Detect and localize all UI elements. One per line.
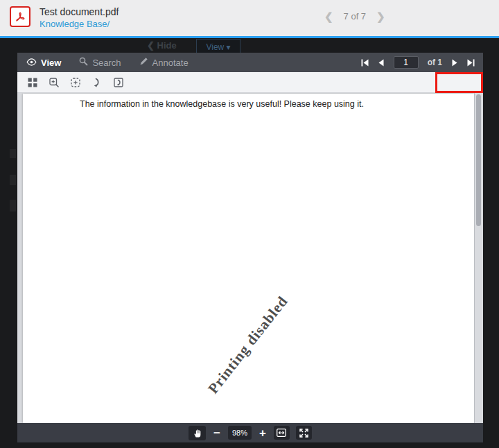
zoom-toolbar: − 98% + xyxy=(17,423,483,442)
viewer-toolbar: View Search Annotate xyxy=(17,53,483,72)
dimmed-content-fragment xyxy=(10,149,16,158)
pencil-icon xyxy=(139,57,148,68)
red-highlight-box xyxy=(435,72,483,93)
tab-search[interactable]: Search xyxy=(79,57,121,68)
document-scroll-area[interactable]: The information in the knowledgebase is … xyxy=(17,93,483,423)
next-page-icon[interactable] xyxy=(451,59,458,67)
document-body-text: The information in the knowledgebase is … xyxy=(80,99,364,109)
tab-view[interactable]: View xyxy=(26,58,61,68)
document-pager: ❮ 7 of 7 ❯ xyxy=(324,11,385,21)
fit-width-button[interactable] xyxy=(274,426,290,440)
fullscreen-button[interactable] xyxy=(296,426,312,440)
thumbnails-icon[interactable] xyxy=(26,76,39,89)
dimmed-content-fragment xyxy=(10,175,16,185)
zoom-marquee-icon[interactable] xyxy=(48,76,60,89)
file-title: Test document.pdf xyxy=(40,6,119,17)
zoom-level-display[interactable]: 98% xyxy=(228,426,252,440)
viewer-subtoolbar xyxy=(17,72,483,93)
eye-icon xyxy=(26,58,37,68)
fit-selection-icon[interactable] xyxy=(69,76,82,89)
tab-search-label: Search xyxy=(92,58,121,68)
page-navigation: of 1 xyxy=(361,56,483,69)
printing-disabled-watermark: Printing disabled xyxy=(188,271,308,418)
hand-tool-button[interactable] xyxy=(189,426,206,440)
hide-sidebar-button-dimmed[interactable]: ❮ Hide xyxy=(147,40,177,51)
dimmed-content-fragment xyxy=(10,200,16,212)
prev-document-button[interactable]: ❮ xyxy=(324,11,333,21)
vertical-scrollbar[interactable] xyxy=(474,93,483,423)
page-number-input[interactable] xyxy=(394,56,419,69)
pdf-viewer-modal: View Search Annotate xyxy=(17,53,483,442)
rotate-icon[interactable] xyxy=(91,76,103,89)
pdf-page: The information in the knowledgebase is … xyxy=(23,94,474,423)
scrollbar-thumb[interactable] xyxy=(476,94,481,226)
pdf-file-icon xyxy=(10,6,30,27)
header: Test document.pdf Knowledge Base/ ❮ 7 of… xyxy=(0,0,499,36)
previous-page-icon[interactable] xyxy=(378,59,385,67)
zoom-in-button[interactable]: + xyxy=(258,427,268,439)
document-pager-label: 7 of 7 xyxy=(344,11,367,21)
tab-annotate[interactable]: Annotate xyxy=(139,57,189,68)
tab-view-label: View xyxy=(41,58,61,68)
first-page-icon[interactable] xyxy=(361,59,369,67)
zoom-out-button[interactable]: − xyxy=(212,427,222,439)
rotate-page-icon[interactable] xyxy=(112,76,125,89)
page-total-label: of 1 xyxy=(428,58,442,67)
breadcrumb-link[interactable]: Knowledge Base/ xyxy=(40,19,110,29)
tab-annotate-label: Annotate xyxy=(152,58,189,68)
search-icon xyxy=(79,57,88,68)
next-document-button[interactable]: ❯ xyxy=(376,11,385,21)
pdf-preview-screen: Test document.pdf Knowledge Base/ ❮ 7 of… xyxy=(0,0,499,448)
last-page-icon[interactable] xyxy=(467,59,475,67)
